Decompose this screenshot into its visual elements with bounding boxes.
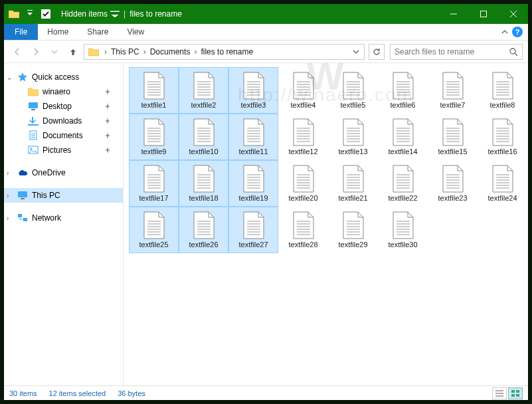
file-name: textfile7 <box>440 101 466 109</box>
sidebar-item-documents[interactable]: Documents <box>4 128 123 143</box>
file-item[interactable]: textfile19 <box>228 160 278 207</box>
address-dropdown[interactable] <box>349 49 363 55</box>
file-item[interactable]: textfile29 <box>328 207 378 253</box>
file-name: textfile4 <box>291 101 316 109</box>
crumb-sep-icon[interactable]: › <box>102 47 110 56</box>
hidden-items-dropdown-icon[interactable] <box>110 10 120 19</box>
file-item[interactable]: textfile12 <box>278 114 328 160</box>
crumb-sep-icon[interactable]: › <box>191 47 199 56</box>
close-button[interactable] <box>498 4 528 24</box>
text-file-icon <box>143 72 165 100</box>
text-file-icon <box>242 165 265 193</box>
back-button[interactable] <box>9 44 25 60</box>
file-item[interactable]: textfile10 <box>179 114 228 160</box>
desktop-icon <box>28 101 39 112</box>
crumb-sep-icon[interactable]: › <box>141 47 149 56</box>
file-item[interactable]: textfile5 <box>328 67 378 114</box>
sidebar-network[interactable]: › Network <box>4 211 123 225</box>
explorer-window: Hidden items | files to rename File Home… <box>4 4 528 400</box>
hidden-items-label[interactable]: Hidden items <box>61 9 108 19</box>
recent-dropdown[interactable] <box>46 44 62 60</box>
file-item[interactable]: textfile2 <box>179 67 228 114</box>
file-item[interactable]: textfile15 <box>428 114 478 160</box>
file-item[interactable]: textfile24 <box>478 160 527 207</box>
network-icon <box>17 213 28 223</box>
search-box[interactable]: Search files to rename <box>390 44 523 60</box>
file-item[interactable]: textfile25 <box>129 207 179 253</box>
tab-home[interactable]: Home <box>38 24 78 40</box>
crumb-this-pc[interactable]: This PC <box>110 47 141 56</box>
chevron-right-icon[interactable]: › <box>7 215 13 222</box>
file-name: textfile1 <box>141 101 167 109</box>
file-item[interactable]: textfile3 <box>228 67 278 114</box>
file-name: textfile12 <box>288 148 317 155</box>
minimize-button[interactable] <box>438 4 468 24</box>
file-item[interactable]: textfile9 <box>129 114 179 160</box>
help-button[interactable]: ? <box>512 27 523 37</box>
chevron-down-icon[interactable]: ⌄ <box>7 74 13 81</box>
file-item[interactable]: textfile13 <box>328 114 378 160</box>
text-file-icon <box>342 118 365 146</box>
file-item[interactable]: textfile16 <box>478 114 527 160</box>
nav-sidebar: ⌄ Quick access winaeroDesktopDownloadsDo… <box>4 63 124 385</box>
chevron-right-icon[interactable]: › <box>7 192 13 199</box>
ribbon-expand-icon[interactable] <box>501 29 508 35</box>
text-file-icon <box>342 211 365 239</box>
file-item[interactable]: textfile27 <box>228 207 278 253</box>
crumb-current[interactable]: files to rename <box>199 47 254 56</box>
qat-dropdown-icon[interactable] <box>23 7 37 21</box>
file-item[interactable]: textfile6 <box>378 67 428 114</box>
file-item[interactable]: textfile1 <box>129 67 179 114</box>
checkbox-hidden-items[interactable] <box>39 7 53 21</box>
file-item[interactable]: textfile30 <box>378 207 428 253</box>
file-item[interactable]: textfile21 <box>328 160 378 207</box>
refresh-button[interactable] <box>369 44 385 60</box>
file-item[interactable]: textfile4 <box>278 67 328 114</box>
view-switch <box>492 387 523 399</box>
file-name: textfile24 <box>488 194 517 202</box>
address-bar[interactable]: › This PC › Documents › files to rename <box>84 44 365 60</box>
file-item[interactable]: textfile26 <box>179 207 228 253</box>
file-item[interactable]: textfile17 <box>129 160 179 207</box>
sidebar-item-pictures[interactable]: Pictures <box>4 143 123 157</box>
file-item[interactable]: textfile23 <box>428 160 478 207</box>
forward-button[interactable] <box>28 44 44 60</box>
text-file-icon <box>242 211 265 239</box>
sidebar-item-label: Pictures <box>43 146 71 155</box>
tab-view[interactable]: View <box>118 24 153 40</box>
file-grid: textfile1textfile2textfile3textfile4text… <box>124 63 528 257</box>
text-file-icon <box>292 211 315 239</box>
crumb-documents[interactable]: Documents <box>149 47 192 56</box>
tab-share[interactable]: Share <box>78 24 118 40</box>
sidebar-onedrive[interactable]: › OneDrive <box>4 165 123 180</box>
svg-rect-13 <box>21 198 25 199</box>
up-button[interactable] <box>65 44 81 60</box>
file-item[interactable]: textfile18 <box>179 160 228 207</box>
file-name: textfile13 <box>338 148 367 155</box>
file-pane[interactable]: W http://winaero.com textfile1textfile2t… <box>124 63 528 385</box>
file-tab[interactable]: File <box>4 24 38 40</box>
downloads-icon <box>28 116 39 126</box>
sidebar-item-downloads[interactable]: Downloads <box>4 114 123 128</box>
file-item[interactable]: textfile11 <box>228 114 278 160</box>
file-item[interactable]: textfile7 <box>428 67 478 114</box>
details-view-button[interactable] <box>492 387 507 399</box>
chevron-right-icon[interactable]: › <box>7 169 13 177</box>
file-name: textfile17 <box>139 194 168 202</box>
sidebar-quick-access[interactable]: ⌄ Quick access <box>4 70 123 84</box>
sidebar-this-pc[interactable]: › This PC <box>4 188 123 203</box>
svg-rect-0 <box>27 10 33 11</box>
sidebar-item-winaero[interactable]: winaero <box>4 84 123 99</box>
file-name: textfile30 <box>388 241 417 249</box>
file-item[interactable]: textfile20 <box>278 160 328 207</box>
svg-rect-18 <box>511 394 515 397</box>
maximize-button[interactable] <box>468 4 498 24</box>
file-item[interactable]: textfile14 <box>378 114 428 160</box>
sidebar-item-label: Quick access <box>32 72 79 82</box>
file-item[interactable]: textfile22 <box>378 160 428 207</box>
quick-access-toolbar <box>4 4 57 24</box>
sidebar-item-desktop[interactable]: Desktop <box>4 99 123 114</box>
file-item[interactable]: textfile8 <box>478 67 527 114</box>
file-item[interactable]: textfile28 <box>278 207 328 253</box>
icons-view-button[interactable] <box>508 387 523 399</box>
